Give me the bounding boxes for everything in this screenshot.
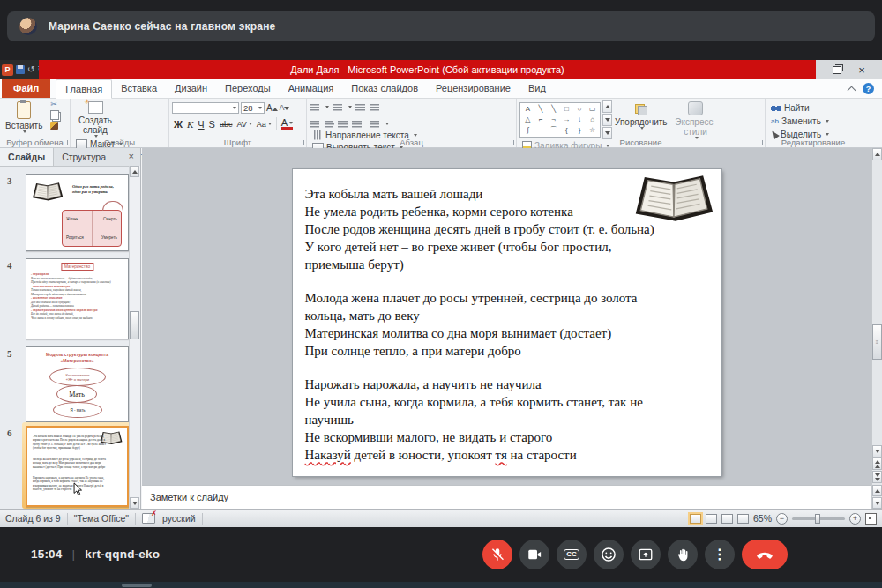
dialog-launcher-icon[interactable]	[63, 140, 68, 145]
previous-slide-icon[interactable]	[872, 458, 882, 470]
shape-icon[interactable]: ∫	[527, 127, 528, 134]
language-indicator[interactable]: русский	[162, 513, 196, 524]
tab-file[interactable]: Файл	[2, 79, 50, 98]
copy-icon[interactable]	[50, 110, 59, 120]
spellcheck-icon[interactable]	[142, 513, 155, 524]
zoom-level[interactable]: 65%	[753, 513, 772, 524]
new-slide-button[interactable]: Создать слайд	[73, 100, 117, 138]
shape-icon[interactable]: ~	[539, 127, 543, 134]
shape-icon[interactable]: ⌐	[539, 116, 543, 123]
zoom-out-icon[interactable]: −	[776, 513, 788, 525]
align-right-icon[interactable]	[338, 120, 348, 128]
camera-button[interactable]	[519, 540, 549, 569]
raise-hand-button[interactable]	[668, 540, 698, 569]
shape-icon[interactable]: △	[525, 116, 530, 123]
tab-slideshow[interactable]: Показ слайдов	[342, 79, 427, 98]
bold-button[interactable]: Ж	[174, 120, 183, 130]
tab-transitions[interactable]: Переходы	[216, 79, 280, 98]
shape-icon[interactable]: {	[565, 127, 568, 134]
tab-review[interactable]: Рецензирование	[427, 79, 519, 98]
notes-scroll-up-icon[interactable]	[872, 485, 882, 496]
panel-close-icon[interactable]: ×	[123, 148, 140, 166]
normal-view-icon[interactable]	[690, 514, 701, 524]
shape-icon[interactable]: →	[563, 116, 570, 123]
dialog-launcher-icon[interactable]	[758, 140, 763, 145]
underline-button[interactable]: Ч	[198, 120, 204, 130]
numbering-icon[interactable]	[333, 103, 343, 111]
char-spacing-button[interactable]: AV	[236, 120, 251, 130]
align-left-icon[interactable]	[310, 120, 320, 128]
shape-icon[interactable]: ▭	[589, 106, 596, 113]
format-painter-icon[interactable]	[50, 122, 58, 130]
panel-scroll-thumb[interactable]	[130, 311, 139, 339]
notes-area[interactable]: Заметки к слайду	[142, 485, 871, 509]
shape-icon[interactable]: ⌒	[550, 127, 557, 134]
bullets-icon[interactable]	[310, 103, 320, 111]
microphone-muted-button[interactable]	[482, 540, 512, 569]
grow-font-icon[interactable]: А	[266, 102, 278, 114]
replace-button[interactable]: abЗаменить	[771, 115, 829, 127]
restore-window-icon[interactable]	[833, 66, 841, 74]
font-color-button[interactable]: А	[281, 118, 293, 130]
shapes-scroll-down-icon[interactable]	[602, 114, 612, 126]
end-call-button[interactable]	[742, 540, 788, 569]
reading-view-icon[interactable]	[721, 514, 733, 524]
panel-tab-slides[interactable]: Слайды	[0, 148, 54, 166]
tab-design[interactable]: Дизайн	[166, 79, 216, 98]
font-size-combo[interactable]: 28	[241, 102, 265, 114]
shrink-font-icon[interactable]: А	[280, 102, 290, 114]
panel-tab-outline[interactable]: Структура	[54, 148, 114, 166]
shapes-scroll-up-icon[interactable]	[602, 100, 612, 113]
next-slide-icon[interactable]	[872, 471, 882, 483]
reactions-button[interactable]	[594, 540, 624, 569]
notes-scroll-down-icon[interactable]	[872, 497, 882, 509]
panel-scrollbar[interactable]	[129, 166, 140, 509]
shape-icon[interactable]: ¬	[551, 116, 556, 123]
current-slide[interactable]: Эта кобыла мать вашей лошади Не умела ро…	[293, 169, 721, 476]
zoom-slider[interactable]	[792, 517, 845, 520]
shape-icon[interactable]: A	[526, 106, 530, 113]
shape-icon[interactable]: □	[564, 106, 569, 113]
tab-view[interactable]: Вид	[519, 79, 555, 98]
find-button[interactable]: Найти	[771, 102, 829, 114]
indent-decrease-icon[interactable]	[355, 103, 366, 111]
shape-icon[interactable]: ☆	[589, 127, 595, 134]
notes-scrollbar[interactable]	[871, 485, 882, 509]
save-icon[interactable]	[16, 65, 25, 74]
align-center-icon[interactable]	[324, 120, 334, 128]
fit-to-window-icon[interactable]	[865, 513, 877, 525]
tab-home[interactable]: Главная	[56, 79, 112, 99]
arrange-button[interactable]: Упорядочить	[617, 103, 666, 130]
indent-increase-icon[interactable]	[370, 103, 380, 111]
scroll-down-icon[interactable]	[872, 445, 882, 458]
zoom-slider-thumb[interactable]	[815, 514, 820, 524]
panel-scroll-down-icon[interactable]	[130, 497, 139, 509]
font-name-combo[interactable]	[172, 102, 239, 114]
panel-scroll-up-icon[interactable]	[130, 166, 139, 177]
line-spacing-icon[interactable]	[370, 120, 380, 128]
scroll-thumb[interactable]: ≡	[872, 324, 882, 360]
paste-button[interactable]: Вставить	[3, 100, 45, 134]
cut-icon[interactable]: ✂	[50, 100, 59, 108]
slide-thumbnail-4[interactable]: Материнство - перифраза: Вот во нашли во…	[26, 258, 129, 339]
slideshow-view-icon[interactable]	[737, 514, 749, 524]
tab-insert[interactable]: Вставка	[112, 79, 166, 98]
quick-styles-button[interactable]: Экспресс-стили	[669, 100, 723, 140]
strikethrough-button[interactable]: abc	[220, 120, 233, 130]
shapes-gallery[interactable]: A ╲ ╲ □ ○ ▭ △ ⌐ ¬ → ↓ ⌂ ∫ ~ ⌒ { }	[519, 102, 601, 138]
help-icon[interactable]: ?	[863, 83, 874, 94]
shape-icon[interactable]: ↓	[578, 116, 581, 123]
dialog-launcher-icon[interactable]	[299, 140, 304, 145]
shape-icon[interactable]: ╲	[551, 106, 556, 113]
slide-sorter-view-icon[interactable]	[706, 514, 717, 524]
shape-icon[interactable]: ╲	[539, 106, 543, 113]
slide-thumbnail-5[interactable]: Модель структуры концепта «Материнство» …	[26, 346, 129, 422]
slide-thumbnail-3[interactable]: Один раз мать родила, один раз и умирать…	[26, 174, 129, 251]
align-justify-icon[interactable]	[352, 120, 363, 128]
shape-icon[interactable]: ⌂	[590, 116, 594, 123]
present-screen-button[interactable]	[631, 540, 661, 569]
slide-scrollbar[interactable]: ≡	[871, 148, 882, 485]
change-case-button[interactable]: Aa	[257, 120, 272, 130]
scroll-up-icon[interactable]	[872, 148, 882, 160]
slide-thumbnail-6-selected[interactable]: Эта кобыла мать вашей лошади Не умела ро…	[26, 426, 129, 507]
